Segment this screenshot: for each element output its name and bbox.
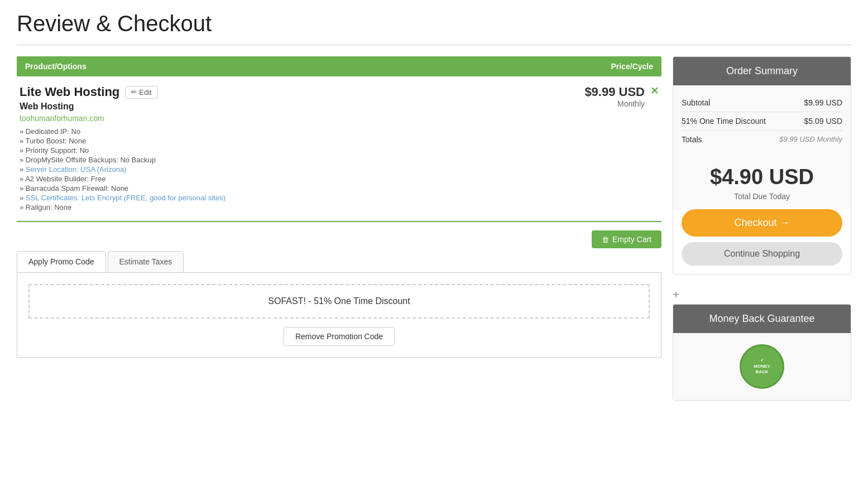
empty-cart-label: Empty Cart xyxy=(612,235,651,244)
money-back-body: ✓MONEYBACK xyxy=(673,333,851,400)
list-item: Barracuda Spam Firewall: None xyxy=(20,184,659,192)
list-item: Priority Support: No xyxy=(20,146,659,155)
tab-content: SOFAST! - 51% One Time Discount Remove P… xyxy=(17,273,661,358)
edit-label: Edit xyxy=(139,88,151,97)
list-item: Dedicated IP: No xyxy=(20,127,659,136)
totals-label: Totals xyxy=(682,135,702,144)
list-item: A2 Website Builder: Free xyxy=(20,175,659,183)
subtotal-value: $9.99 USD xyxy=(804,98,842,107)
promo-code-box: SOFAST! - 51% One Time Discount xyxy=(28,284,650,319)
product-type: Web Hosting xyxy=(20,102,659,112)
totals-row: Totals $9.99 USD Monthly xyxy=(682,131,842,148)
product-options-list: Dedicated IP: No Turbo Boost: None Prior… xyxy=(20,127,659,211)
remove-promo-button[interactable]: Remove Promotion Code xyxy=(284,327,395,346)
left-column: Product/Options Price/Cycle Lite Web Hos… xyxy=(17,56,661,401)
list-item: DropMySite Offsite Backups: No Backup xyxy=(20,156,659,164)
col-price: Price/Cycle xyxy=(611,62,654,71)
tab-apply-promo[interactable]: Apply Promo Code xyxy=(17,251,106,272)
list-item: Turbo Boost: None xyxy=(20,137,659,145)
order-summary-header: Order Summary xyxy=(673,57,851,85)
cart-actions: 🗑 Empty Cart xyxy=(17,230,661,248)
total-due-label: Total Due Today xyxy=(673,192,851,209)
tabs-container: Apply Promo Code Estimate Taxes xyxy=(17,251,661,273)
list-item: Server Location: USA (Arizona) xyxy=(20,165,659,174)
continue-shopping-button[interactable]: Continue Shopping xyxy=(682,242,842,266)
edit-button[interactable]: ✏ Edit xyxy=(125,86,157,99)
discount-value: $5.09 USD xyxy=(804,117,842,126)
list-item: SSL Certificates: Lets Encrypt (FREE, go… xyxy=(20,194,659,202)
product-domain: toohumanforhuman.com xyxy=(20,114,659,123)
big-price: $4.90 USD xyxy=(673,157,851,192)
money-back-seal: ✓MONEYBACK xyxy=(740,344,784,389)
table-header: Product/Options Price/Cycle xyxy=(17,56,661,76)
discount-label: 51% One Time Discount xyxy=(682,117,766,126)
product-price: $9.99 USD xyxy=(584,85,645,99)
subtotal-row: Subtotal $9.99 USD xyxy=(682,94,842,112)
money-back-header: Money Back Guarantee xyxy=(673,305,851,333)
subtotal-label: Subtotal xyxy=(682,98,710,107)
col-product: Product/Options xyxy=(25,62,87,71)
summary-body: Subtotal $9.99 USD 51% One Time Discount… xyxy=(673,85,851,157)
ssl-link[interactable]: SSL Certificates: Lets Encrypt (FREE, go… xyxy=(26,194,226,202)
discount-row: 51% One Time Discount $5.09 USD xyxy=(682,112,842,131)
checkout-button[interactable]: Checkout → xyxy=(682,209,842,237)
empty-cart-button[interactable]: 🗑 Empty Cart xyxy=(592,230,661,248)
page-title: Review & Checkout xyxy=(17,11,851,36)
trash-icon: 🗑 xyxy=(602,235,609,244)
order-summary-box: Order Summary Subtotal $9.99 USD 51% One… xyxy=(673,56,851,274)
title-divider xyxy=(17,45,851,45)
remove-product-icon[interactable]: ✕ xyxy=(650,85,659,97)
totals-value: $9.99 USD Monthly xyxy=(779,135,842,144)
price-column: $9.99 USD Monthly xyxy=(584,85,645,108)
product-row: Lite Web Hosting ✏ Edit $9.99 USD Monthl… xyxy=(17,76,661,222)
tab-estimate-taxes[interactable]: Estimate Taxes xyxy=(108,251,184,272)
product-name: Lite Web Hosting xyxy=(20,85,119,99)
seal-text: ✓MONEYBACK xyxy=(754,358,770,375)
list-item: Railgun: None xyxy=(20,203,659,211)
money-back-box: Money Back Guarantee ✓MONEYBACK xyxy=(673,304,851,401)
plus-icon: + xyxy=(673,286,851,304)
server-location-link[interactable]: Server Location: USA (Arizona) xyxy=(26,165,127,174)
pencil-icon: ✏ xyxy=(131,88,137,96)
right-column: Order Summary Subtotal $9.99 USD 51% One… xyxy=(673,56,851,401)
product-cycle: Monthly xyxy=(584,99,645,108)
